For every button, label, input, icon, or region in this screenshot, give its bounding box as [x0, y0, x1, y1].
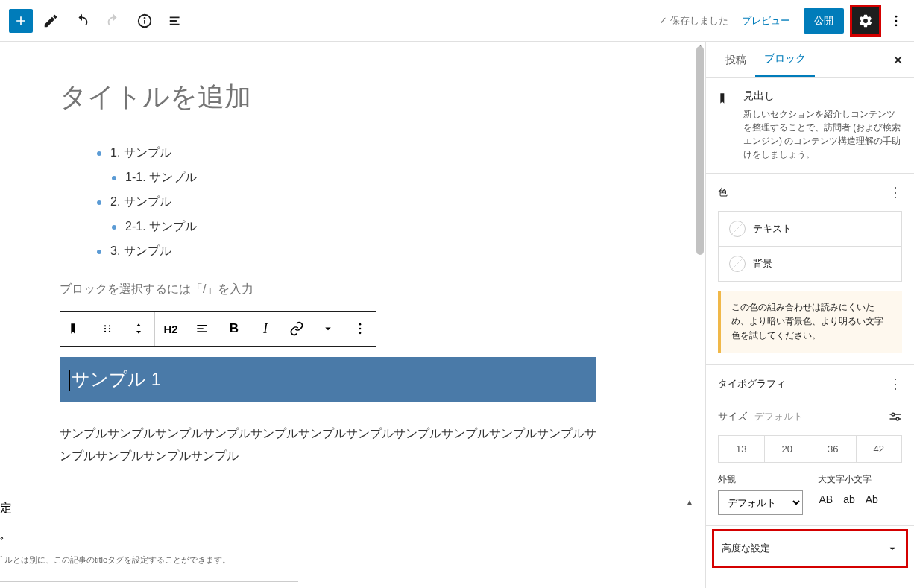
check-icon: ✓ — [659, 15, 667, 26]
edit-mode-button[interactable] — [37, 7, 64, 34]
more-dots-icon[interactable]: ⋮ — [889, 376, 902, 392]
svg-point-14 — [359, 332, 362, 335]
case-label: 大文字小文字 — [818, 473, 903, 486]
gear-icon — [858, 13, 873, 28]
text-color-button[interactable]: テキスト — [718, 211, 902, 247]
svg-point-18 — [896, 417, 899, 420]
block-more-button[interactable] — [344, 312, 376, 346]
heading-icon — [718, 91, 733, 106]
svg-point-7 — [104, 328, 106, 329]
post-title-input[interactable]: タイトルを追加 — [60, 79, 596, 116]
heading-level-button[interactable]: H2 — [155, 312, 186, 346]
svg-point-5 — [895, 24, 898, 26]
chevron-down-icon — [886, 543, 898, 554]
size-option[interactable]: 13 — [719, 436, 765, 462]
meta-title-input[interactable] — [0, 569, 298, 582]
advanced-section-toggle[interactable]: 高度な設定 — [714, 531, 906, 566]
color-swatch-icon — [729, 221, 746, 237]
block-info-panel: 見出し 新しいセクションを紹介しコンテンツを整理することで、訪問者 (および検索… — [706, 78, 914, 174]
settings-button[interactable] — [852, 7, 879, 34]
undo-button[interactable] — [69, 7, 95, 34]
toc-item[interactable]: 2-1. サンプル — [112, 219, 596, 235]
italic-button[interactable]: I — [250, 312, 281, 346]
appearance-label: 外観 — [718, 473, 803, 486]
toc-item[interactable]: 1. サンプル — [97, 145, 596, 161]
tab-block[interactable]: ブロック — [755, 42, 815, 77]
toc-item[interactable]: 1-1. サンプル — [112, 170, 596, 186]
color-section: 色 ⋮ テキスト 背景 この色の組み合わせは読みにくいため、より暗い背景色、より… — [706, 174, 914, 365]
bullet-icon — [112, 176, 116, 180]
scroll-thumb[interactable] — [696, 46, 704, 255]
sliders-icon[interactable] — [889, 411, 902, 422]
svg-point-16 — [892, 413, 895, 416]
size-default-label: デフォルト — [754, 411, 803, 422]
tab-post[interactable]: 投稿 — [716, 43, 755, 76]
svg-point-13 — [359, 328, 362, 330]
heading-block[interactable]: サンプル 1 — [60, 357, 596, 402]
block-info-title: 見出し — [743, 89, 902, 103]
svg-point-2 — [145, 17, 145, 18]
svg-point-9 — [109, 325, 110, 326]
drag-handle[interactable] — [92, 312, 123, 346]
size-label: サイズ — [718, 411, 747, 422]
bold-button[interactable]: B — [218, 312, 250, 346]
block-info-desc: 新しいセクションを紹介しコンテンツを整理することで、訪問者 (および検索エンジン… — [743, 107, 902, 161]
svg-point-10 — [109, 328, 110, 329]
align-button[interactable] — [186, 312, 218, 346]
text-cursor — [69, 370, 70, 391]
size-option[interactable]: 20 — [765, 436, 811, 462]
color-swatch-icon — [729, 256, 746, 272]
top-toolbar: ✓ 保存しました プレビュー 公開 — [0, 0, 914, 42]
typography-section: タイポグラフィ ⋮ サイズ デフォルト 13 20 36 42 — [706, 365, 914, 526]
meta-panel: 定 ▲ ﾞ ﾞルとは別に、この記事のtitleタグを設定することができます。 — [0, 487, 705, 588]
settings-sidebar: 投稿 ブロック ✕ 見出し 新しいセクションを紹介しコンテンツを整理することで、… — [705, 42, 914, 588]
case-option-upper[interactable]: AB — [818, 490, 835, 508]
meta-description: ﾞルとは別に、この記事のtitleタグを設定することができます。 — [0, 554, 705, 566]
contrast-warning: この色の組み合わせは読みにくいため、より暗い背景色、より明るい文字色を試してくだ… — [718, 291, 902, 353]
block-inserter-hint[interactable]: ブロックを選択するには「/」を入力 — [60, 282, 596, 297]
more-rich-text-button[interactable] — [312, 312, 344, 346]
svg-point-12 — [359, 323, 362, 326]
saved-status: ✓ 保存しました — [659, 14, 728, 28]
editor-canvas[interactable]: ▴ タイトルを追加 1. サンプル 1-1. サンプル 2. サンプル 2-1.… — [0, 42, 705, 588]
more-menu-button[interactable] — [887, 13, 905, 28]
svg-point-11 — [109, 331, 110, 332]
toc-block[interactable]: 1. サンプル 1-1. サンプル 2. サンプル 2-1. サンプル 3. サ… — [97, 145, 596, 259]
toc-item[interactable]: 2. サンプル — [97, 195, 596, 210]
bullet-icon — [112, 225, 116, 230]
svg-point-8 — [104, 331, 106, 332]
meta-sub-title: ﾞ — [0, 536, 705, 549]
meta-section-title: 定 — [0, 501, 705, 516]
svg-point-4 — [895, 19, 898, 22]
paragraph-block[interactable]: サンプルサンプルサンプルサンプルサンプルサンプルサンプルサンプルサンプルサンプル… — [60, 423, 596, 468]
publish-button[interactable]: 公開 — [804, 8, 844, 34]
font-size-options: 13 20 36 42 — [718, 435, 902, 463]
preview-link[interactable]: プレビュー — [734, 14, 798, 28]
bullet-icon — [97, 250, 101, 254]
size-option[interactable]: 42 — [857, 436, 902, 462]
move-updown-button[interactable] — [123, 312, 154, 346]
close-sidebar-button[interactable]: ✕ — [892, 52, 904, 69]
size-option[interactable]: 36 — [810, 436, 857, 462]
toc-item[interactable]: 3. サンプル — [97, 244, 596, 259]
color-section-toggle[interactable]: 色 ⋮ — [706, 174, 914, 211]
svg-point-6 — [104, 325, 106, 326]
link-button[interactable] — [281, 312, 312, 346]
advanced-section-highlight: 高度な設定 — [712, 529, 908, 568]
typography-section-toggle[interactable]: タイポグラフィ ⋮ — [706, 365, 914, 402]
block-toolbar: H2 B I — [60, 311, 376, 347]
appearance-select[interactable]: デフォルト — [718, 490, 803, 515]
case-option-title[interactable]: Ab — [864, 490, 880, 508]
bullet-icon — [97, 151, 101, 156]
bullet-icon — [97, 200, 101, 205]
svg-point-3 — [895, 15, 898, 17]
collapse-icon[interactable]: ▲ — [686, 498, 693, 506]
more-dots-icon[interactable]: ⋮ — [889, 184, 902, 200]
block-type-button[interactable] — [60, 312, 92, 346]
outline-button[interactable] — [163, 7, 189, 34]
add-block-button[interactable] — [9, 9, 33, 33]
case-option-lower[interactable]: ab — [842, 490, 857, 508]
bg-color-button[interactable]: 背景 — [718, 246, 902, 282]
redo-button[interactable] — [100, 7, 127, 34]
info-button[interactable] — [131, 7, 158, 34]
